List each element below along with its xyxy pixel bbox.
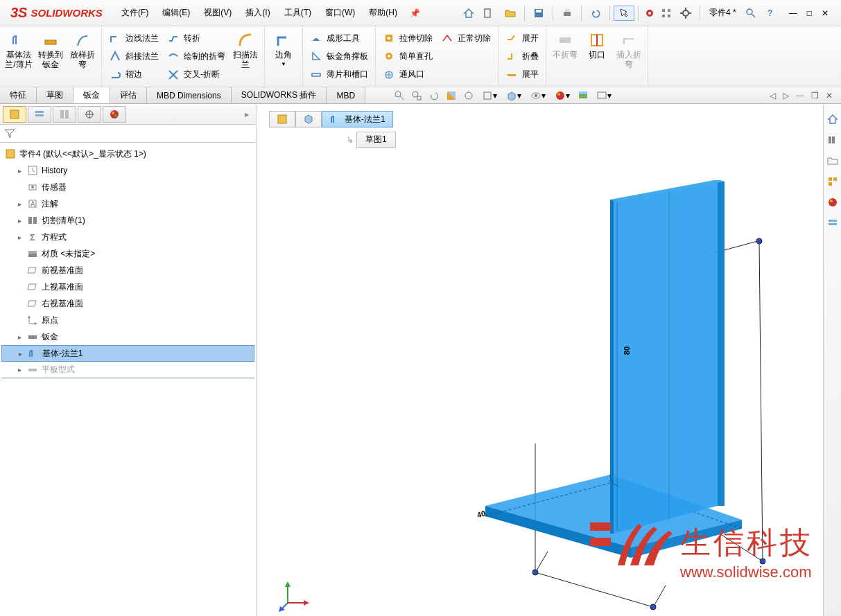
tab-addins[interactable]: SOLIDWORKS 插件	[232, 87, 327, 103]
configuration-manager-tab[interactable]	[53, 106, 76, 123]
tree-right-plane[interactable]: 右视基准面	[1, 295, 254, 312]
select-button[interactable]	[614, 6, 634, 21]
menu-view[interactable]: 视图(V)	[197, 0, 239, 26]
taskpane-explorer-button[interactable]	[826, 154, 840, 168]
vent-button[interactable]: 通风口	[379, 66, 437, 84]
pane-close-button[interactable]: ✕	[826, 91, 833, 100]
viewport-button[interactable]: ▾	[593, 89, 615, 103]
tree-sheetmetal-folder[interactable]: ▸钣金	[1, 328, 254, 345]
fold-button[interactable]: 折叠	[501, 47, 543, 65]
breadcrumb-feature[interactable]: 基体-法兰1	[322, 111, 393, 127]
tab-feature[interactable]: 特征	[0, 87, 37, 103]
taskpane-appearance-button[interactable]	[826, 195, 840, 209]
view-triad[interactable]	[277, 579, 312, 613]
sketched-bend-button[interactable]: 绘制的折弯	[163, 47, 229, 65]
maximize-button[interactable]: □	[807, 8, 812, 18]
previous-view-button[interactable]	[426, 89, 442, 103]
section-view-button[interactable]	[444, 89, 459, 103]
taskpane-view-palette-button[interactable]	[826, 175, 840, 188]
normal-cut-button[interactable]: 正常切除	[437, 29, 495, 47]
menu-insert[interactable]: 插入(I)	[239, 0, 277, 26]
tab-mbd-dimensions[interactable]: MBD Dimensions	[147, 87, 232, 103]
tree-sensors[interactable]: 传感器	[1, 179, 254, 195]
corners-button[interactable]: 边角▼	[268, 29, 300, 84]
menu-tools[interactable]: 工具(T)	[277, 0, 318, 26]
rebuild-button[interactable]	[642, 6, 657, 21]
settings-button[interactable]	[675, 6, 696, 21]
display-manager-tab[interactable]	[103, 106, 126, 123]
appearance-button[interactable]: ▾	[551, 89, 573, 103]
tree-root[interactable]: 零件4 (默认<<默认>_显示状态 1>)	[1, 146, 254, 162]
tree-top-plane[interactable]: 上视基准面	[1, 279, 254, 295]
menu-edit[interactable]: 编辑(E)	[155, 0, 197, 26]
view-orientation-button[interactable]: ▾	[478, 89, 501, 103]
rip-button[interactable]: 切口	[581, 29, 613, 84]
tab-sheetmetal[interactable]: 钣金	[73, 87, 110, 103]
breadcrumb-part[interactable]	[269, 111, 295, 127]
graphics-area[interactable]: 基体-法兰1 ↳ 草图1	[257, 104, 841, 616]
edge-flange-button[interactable]: 边线法兰	[105, 29, 163, 47]
pane-next-button[interactable]: ▷	[783, 91, 789, 100]
taskpane-custom-button[interactable]	[826, 216, 840, 230]
new-button[interactable]	[478, 6, 498, 21]
breadcrumb-sketch[interactable]: 草图1	[356, 132, 396, 148]
tree-base-flange[interactable]: ▸基体-法兰1	[1, 345, 254, 362]
tree-front-plane[interactable]: 前视基准面	[1, 262, 254, 279]
forming-tool-button[interactable]: 成形工具	[306, 29, 372, 47]
pane-restore-button[interactable]: ❐	[811, 91, 819, 100]
menu-help[interactable]: 帮助(H)	[362, 0, 404, 26]
menu-file[interactable]: 文件(F)	[114, 0, 155, 26]
close-button[interactable]: ✕	[822, 8, 829, 18]
cross-break-button[interactable]: 交叉-折断	[163, 66, 229, 84]
hem-button[interactable]: 褶边	[105, 66, 163, 84]
unfold-button[interactable]: 展开	[501, 29, 543, 47]
tree-cutlist[interactable]: ▸切割清单(1)	[1, 212, 254, 229]
pane-minimize-button[interactable]: —	[796, 91, 804, 100]
open-button[interactable]	[500, 6, 521, 21]
save-button[interactable]	[528, 6, 549, 21]
pin-icon[interactable]: 📌	[410, 8, 420, 18]
taskpane-library-button[interactable]	[826, 133, 840, 147]
tab-sketch[interactable]: 草图	[37, 87, 73, 103]
tree-origin[interactable]: 原点	[1, 312, 254, 328]
menu-window[interactable]: 窗口(W)	[318, 0, 362, 26]
tree-material[interactable]: 材质 <未指定>	[1, 245, 254, 262]
zoom-area-button[interactable]	[409, 89, 424, 103]
tab-slot-button[interactable]: 薄片和槽口	[306, 66, 372, 84]
hide-show-button[interactable]: ▾	[527, 89, 549, 103]
display-style-button[interactable]: ▾	[503, 89, 525, 103]
tab-mbd[interactable]: MBD	[327, 87, 365, 103]
dynamic-annotation-button[interactable]	[461, 89, 476, 103]
feature-manager-tab[interactable]	[3, 106, 26, 123]
gusset-button[interactable]: 钣金角撑板	[306, 47, 372, 65]
tab-evaluate[interactable]: 评估	[110, 87, 147, 103]
tree-history[interactable]: ▸History	[1, 162, 254, 179]
minimize-button[interactable]: —	[789, 8, 797, 18]
base-flange-button[interactable]: 基体法兰/薄片	[3, 29, 35, 84]
search-button[interactable]	[743, 6, 758, 21]
options-grid-button[interactable]	[659, 6, 674, 21]
convert-to-sheetmetal-button[interactable]: 转换到钣金	[35, 29, 67, 84]
jog-button[interactable]: 转折	[163, 29, 229, 47]
print-button[interactable]	[557, 6, 578, 21]
simple-hole-button[interactable]: 简单直孔	[379, 47, 437, 65]
flatten-button[interactable]: 展平	[501, 66, 543, 84]
breadcrumb-body[interactable]	[295, 111, 322, 127]
tree-flat-pattern[interactable]: ▸平板型式	[1, 362, 254, 378]
zoom-fit-button[interactable]	[392, 89, 407, 103]
miter-flange-button[interactable]: 斜接法兰	[105, 47, 163, 65]
extruded-cut-button[interactable]: 拉伸切除	[379, 29, 437, 47]
lofted-bend-button[interactable]: 放样折弯	[67, 29, 98, 84]
help-button[interactable]: ?	[760, 6, 781, 21]
swept-flange-button[interactable]: 扫描法兰	[229, 29, 261, 84]
pane-prev-button[interactable]: ◁	[770, 91, 776, 100]
taskpane-home-button[interactable]	[826, 112, 840, 126]
tree-filter-bar[interactable]	[0, 125, 256, 143]
undo-button[interactable]	[585, 6, 606, 21]
scene-button[interactable]	[575, 89, 591, 103]
manager-expand-button[interactable]: ▸	[241, 109, 253, 119]
property-manager-tab[interactable]	[28, 106, 51, 123]
home-button[interactable]	[461, 6, 476, 21]
tree-annotations[interactable]: ▸A注解	[1, 195, 254, 212]
dimxpert-manager-tab[interactable]	[78, 106, 101, 123]
